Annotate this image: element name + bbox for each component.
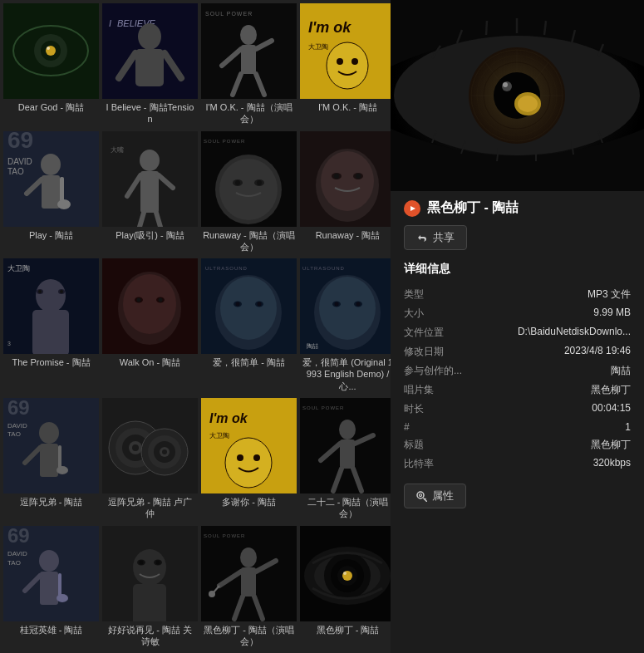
album-item-2[interactable]: I BELIEVE I Believe - 陶喆Tension bbox=[102, 3, 198, 128]
svg-point-176 bbox=[503, 82, 508, 87]
album-cover-20 bbox=[300, 526, 391, 621]
detail-value-track: 1 bbox=[464, 419, 631, 435]
album-item-18[interactable]: 好好说再见 - 陶喆 关诗敏 bbox=[102, 526, 198, 651]
album-item-10[interactable]: Walk On - 陶喆 bbox=[102, 258, 198, 395]
svg-text:SOUL POWER: SOUL POWER bbox=[204, 139, 245, 144]
svg-point-120 bbox=[339, 420, 356, 439]
svg-point-192 bbox=[417, 492, 424, 498]
album-item-16[interactable]: SOUL POWER 二十二 - 陶喆（演唱会） bbox=[300, 398, 391, 523]
album-cover-14 bbox=[102, 398, 198, 493]
svg-line-179 bbox=[486, 21, 487, 35]
detail-label-album: 唱片集 bbox=[404, 381, 464, 400]
album-title-3: I'M O.K. - 陶喆（演唱会） bbox=[201, 99, 297, 128]
detail-label-title: 标题 bbox=[404, 435, 464, 454]
svg-point-115 bbox=[225, 438, 272, 488]
detail-label-modified: 修改日期 bbox=[404, 342, 464, 361]
album-title-17: 桂冠英雄 - 陶喆 bbox=[3, 621, 99, 645]
album-cover-10 bbox=[102, 258, 198, 354]
album-item-4[interactable]: I'm ok 大卫陶 I'M O.K. - 陶喆 bbox=[300, 3, 391, 128]
svg-point-70 bbox=[123, 274, 176, 334]
svg-rect-38 bbox=[140, 171, 159, 213]
svg-point-136 bbox=[133, 549, 166, 586]
detail-row-size: 大小 9.99 MB bbox=[404, 304, 631, 323]
album-cover-9: 大卫陶 3 bbox=[3, 258, 99, 354]
album-title-20: 黑色柳丁 - 陶喆 bbox=[300, 621, 391, 645]
album-item-13[interactable]: 69 DAVID TAO 逗阵兄弟 - 陶喆 bbox=[3, 398, 99, 523]
detail-value-type: MP3 文件 bbox=[464, 285, 631, 304]
album-cover-17: 69 DAVID TAO bbox=[3, 526, 99, 621]
svg-point-24 bbox=[327, 42, 368, 89]
album-item-7[interactable]: SOUL POWER Runaway - 陶喆（演唱会） bbox=[201, 131, 297, 256]
detail-value-duration: 00:04:15 bbox=[464, 400, 631, 419]
track-name-text: 黑色柳丁 - 陶喆 bbox=[427, 199, 519, 217]
album-title-12: 爱，很简单 (Original 1993 English Demo) / 心..… bbox=[300, 354, 391, 395]
album-title-18: 好好说再见 - 陶喆 关诗敏 bbox=[102, 621, 198, 651]
svg-point-159 bbox=[343, 572, 347, 575]
track-info-section: 黑色柳丁 - 陶喆 共享 详细信息 类型 MP3 文件 大小 9.99 MB bbox=[391, 191, 644, 517]
large-album-art bbox=[391, 0, 644, 191]
svg-point-90 bbox=[356, 302, 361, 307]
album-item-1[interactable]: Dear God - 陶喆 bbox=[3, 3, 99, 128]
detail-value-bitrate: 320kbps bbox=[464, 454, 631, 474]
album-item-11[interactable]: ULTRASOUND 爱，很简单 - 陶喆 bbox=[201, 258, 297, 395]
svg-text:SOUL POWER: SOUL POWER bbox=[204, 533, 245, 538]
svg-point-58 bbox=[356, 174, 361, 179]
svg-point-25 bbox=[337, 58, 343, 65]
svg-text:SOUL POWER: SOUL POWER bbox=[205, 11, 253, 17]
detail-row-duration: 时长 00:04:15 bbox=[404, 400, 631, 419]
detail-row-bitrate: 比特率 320kbps bbox=[404, 454, 631, 474]
svg-point-47 bbox=[219, 159, 278, 220]
album-item-8[interactable]: Runaway - 陶喆 bbox=[300, 131, 391, 256]
svg-text:TAO: TAO bbox=[7, 430, 21, 438]
album-item-20[interactable]: 黑色柳丁 - 陶喆 bbox=[300, 526, 391, 651]
svg-point-116 bbox=[237, 454, 243, 461]
album-title-16: 二十二 - 陶喆（演唱会） bbox=[300, 493, 391, 523]
properties-button[interactable]: 属性 bbox=[404, 484, 466, 508]
album-title-5: Play - 陶喆 bbox=[3, 227, 99, 250]
share-button[interactable]: 共享 bbox=[404, 225, 467, 250]
detail-section-title: 详细信息 bbox=[404, 262, 631, 277]
main-container: Dear God - 陶喆 I BELIEVE I Be bbox=[0, 0, 644, 653]
svg-point-37 bbox=[140, 150, 160, 171]
detail-value-modified: 2023/4/8 19:46 bbox=[464, 342, 631, 361]
svg-point-65 bbox=[60, 290, 63, 293]
album-item-3[interactable]: SOUL POWER I'M O.K. - 陶喆（演唱会） bbox=[201, 3, 297, 128]
detail-label-duration: 时长 bbox=[404, 400, 464, 419]
svg-text:陶喆: 陶喆 bbox=[307, 343, 318, 349]
album-item-19[interactable]: SOUL POWER 黑色柳丁 - 陶喆（演唱会） bbox=[201, 526, 297, 651]
album-cover-12: ULTRASOUND 陶喆 bbox=[300, 258, 391, 354]
share-icon bbox=[416, 232, 428, 243]
album-cover-16: SOUL POWER bbox=[300, 398, 391, 493]
svg-point-111 bbox=[162, 449, 167, 454]
svg-rect-10 bbox=[135, 49, 164, 86]
album-title-15: 多谢你 - 陶喆 bbox=[201, 493, 297, 517]
album-cover-18 bbox=[102, 526, 198, 621]
share-label: 共享 bbox=[433, 230, 455, 245]
album-item-5[interactable]: 69 DAVID TAO Play - 陶喆 bbox=[3, 131, 99, 256]
album-item-17[interactable]: 69 DAVID TAO 桂冠英雄 - 陶喆 bbox=[3, 526, 99, 651]
svg-point-130 bbox=[39, 550, 59, 572]
album-title-7: Runaway - 陶喆（演唱会） bbox=[201, 227, 297, 256]
svg-point-82 bbox=[258, 302, 262, 307]
detail-row-path: 文件位置 D:\BaiduNetdiskDownlo... bbox=[404, 323, 631, 342]
album-cover-11: ULTRASOUND bbox=[201, 258, 297, 354]
album-title-10: Walk On - 陶喆 bbox=[102, 354, 198, 377]
album-cover-5: 69 DAVID TAO bbox=[3, 131, 99, 227]
svg-rect-33 bbox=[60, 177, 64, 202]
svg-point-50 bbox=[235, 180, 240, 185]
key-icon bbox=[416, 491, 427, 502]
svg-text:TAO: TAO bbox=[7, 167, 24, 176]
svg-point-117 bbox=[253, 454, 260, 461]
detail-label-path: 文件位置 bbox=[404, 323, 464, 342]
album-item-12[interactable]: ULTRASOUND 陶喆 爱，很简单 (Original 1993 Engli… bbox=[300, 258, 391, 395]
svg-rect-131 bbox=[40, 572, 58, 605]
svg-text:大卫陶: 大卫陶 bbox=[308, 43, 328, 51]
album-cover-2: I BELIEVE bbox=[102, 3, 198, 99]
album-item-15[interactable]: I'm ok 大卫陶 多谢你 - 陶喆 bbox=[201, 398, 297, 523]
album-item-9[interactable]: 大卫陶 3 The Promise - 陶喆 bbox=[3, 258, 99, 395]
detail-row-modified: 修改日期 2023/4/8 19:46 bbox=[404, 342, 631, 361]
album-item-14[interactable]: 逗阵兄弟 - 陶喆 卢广仲 bbox=[102, 398, 198, 523]
album-title-13: 逗阵兄弟 - 陶喆 bbox=[3, 493, 99, 517]
album-item-6[interactable]: 大嘴 Play(吸引) - 陶喆 bbox=[102, 131, 198, 256]
album-grid-panel: Dear God - 陶喆 I BELIEVE I Be bbox=[0, 0, 391, 653]
